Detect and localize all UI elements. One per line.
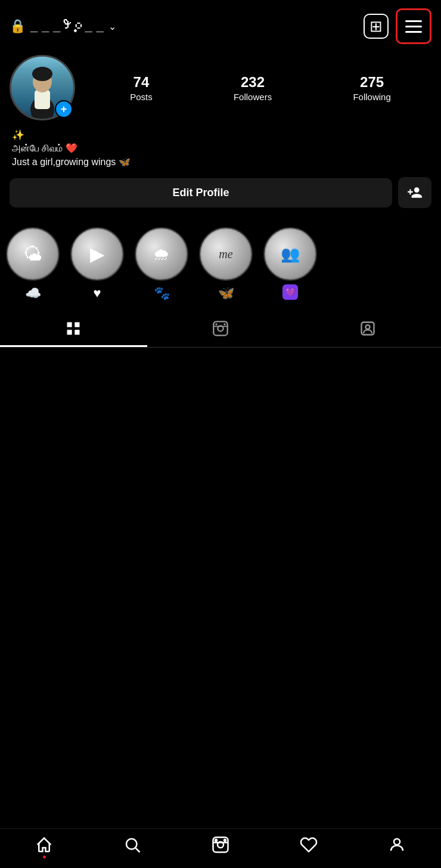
profile-top: + 74 Posts 232 Followers 275 Following bbox=[10, 55, 431, 120]
top-bar-left: 🔒 _ _ _ꪻ꫶ _ _ ⌄ bbox=[10, 18, 116, 34]
username-text: _ _ _ꪻ꫶ _ _ bbox=[30, 18, 104, 34]
content-area bbox=[0, 348, 441, 705]
plus-icon: ⊞ bbox=[369, 18, 383, 34]
svg-point-18 bbox=[394, 839, 400, 845]
highlight-label-1: ☁️ bbox=[25, 286, 41, 301]
profile-section: + 74 Posts 232 Followers 275 Following ✨… bbox=[0, 49, 441, 215]
tab-reels[interactable] bbox=[147, 312, 294, 347]
home-dot bbox=[43, 855, 46, 858]
followers-stat[interactable]: 232 Followers bbox=[234, 74, 272, 102]
posts-label: Posts bbox=[130, 92, 153, 102]
highlight-item-4[interactable]: me 🦋 bbox=[199, 227, 253, 301]
nav-profile[interactable] bbox=[388, 836, 406, 854]
svg-point-15 bbox=[215, 839, 217, 841]
highlight-circle-2: ▶ bbox=[70, 227, 124, 281]
highlight-badge-5: 💜 bbox=[282, 284, 298, 300]
add-friend-button[interactable] bbox=[398, 177, 431, 208]
stats-row: 74 Posts 232 Followers 275 Following bbox=[89, 74, 431, 102]
highlight-label-4: 🦋 bbox=[218, 286, 234, 301]
followers-label: Followers bbox=[234, 92, 272, 102]
add-person-icon bbox=[407, 185, 423, 200]
highlight-item-2[interactable]: ▶ ♥ bbox=[70, 227, 124, 301]
bio-section: ✨ அன்பே சிவம் ❤️ Just a girl,growing win… bbox=[10, 129, 431, 168]
bio-sparkle: ✨ bbox=[12, 129, 429, 141]
svg-point-16 bbox=[224, 839, 226, 841]
highlight-item-5[interactable]: 👥 💜 bbox=[263, 227, 317, 301]
svg-point-6 bbox=[215, 323, 218, 326]
chevron-down-icon[interactable]: ⌄ bbox=[108, 21, 116, 32]
tagged-icon bbox=[359, 320, 376, 337]
following-label: Following bbox=[353, 92, 390, 102]
reels-icon bbox=[212, 320, 229, 337]
svg-point-10 bbox=[365, 325, 369, 329]
top-bar: 🔒 _ _ _ꪻ꫶ _ _ ⌄ ⊞ bbox=[0, 0, 441, 49]
profile-icon bbox=[388, 836, 406, 854]
highlight-circle-1: 🌤 bbox=[6, 227, 60, 281]
highlight-circle-4: me bbox=[199, 227, 253, 281]
svg-point-3 bbox=[32, 67, 52, 81]
add-post-button[interactable]: ⊞ bbox=[364, 14, 389, 39]
following-stat[interactable]: 275 Following bbox=[353, 74, 390, 102]
menu-button[interactable] bbox=[396, 8, 431, 44]
svg-rect-1 bbox=[35, 90, 50, 109]
svg-point-7 bbox=[223, 323, 226, 326]
tabs-row bbox=[0, 312, 441, 348]
followers-count: 232 bbox=[241, 74, 265, 91]
nav-home[interactable] bbox=[35, 836, 53, 854]
nav-reels-icon bbox=[212, 836, 229, 854]
following-count: 275 bbox=[360, 74, 384, 91]
nav-search[interactable] bbox=[123, 836, 141, 854]
highlight-circle-5: 👥 bbox=[263, 227, 317, 281]
hamburger-icon bbox=[405, 20, 422, 33]
top-bar-right: ⊞ bbox=[364, 8, 431, 44]
highlight-label-5-wrapper: 💜 bbox=[282, 284, 298, 300]
highlights-row: 🌤 ☁️ ▶ ♥ 🌧 🐾 me 🦋 bbox=[0, 215, 441, 307]
highlight-item-1[interactable]: 🌤 ☁️ bbox=[6, 227, 60, 301]
home-icon bbox=[35, 836, 53, 854]
bottom-nav bbox=[0, 828, 441, 868]
grid-icon bbox=[65, 320, 82, 337]
svg-line-12 bbox=[136, 848, 140, 852]
svg-point-11 bbox=[126, 839, 137, 850]
action-row: Edit Profile bbox=[10, 177, 431, 208]
avatar-wrapper: + bbox=[10, 55, 75, 120]
tab-grid[interactable] bbox=[0, 312, 147, 347]
posts-stat[interactable]: 74 Posts bbox=[130, 74, 153, 102]
edit-profile-button[interactable]: Edit Profile bbox=[10, 178, 392, 207]
posts-count: 74 bbox=[133, 74, 150, 91]
highlight-item-3[interactable]: 🌧 🐾 bbox=[135, 227, 188, 301]
highlight-circle-3: 🌧 bbox=[135, 227, 188, 281]
nav-activity[interactable] bbox=[300, 836, 318, 854]
add-story-button[interactable]: + bbox=[55, 100, 73, 118]
heart-icon bbox=[300, 836, 318, 854]
tab-tagged[interactable] bbox=[294, 312, 441, 347]
bio-name: அன்பே சிவம் ❤️ bbox=[12, 142, 429, 154]
highlight-label-2: ♥ bbox=[93, 286, 101, 301]
lock-icon: 🔒 bbox=[10, 18, 26, 34]
nav-reels[interactable] bbox=[212, 836, 229, 854]
search-icon bbox=[123, 836, 141, 854]
bio-description: Just a girl,growing wings 🦋 bbox=[12, 156, 429, 168]
highlight-label-3: 🐾 bbox=[154, 286, 170, 301]
